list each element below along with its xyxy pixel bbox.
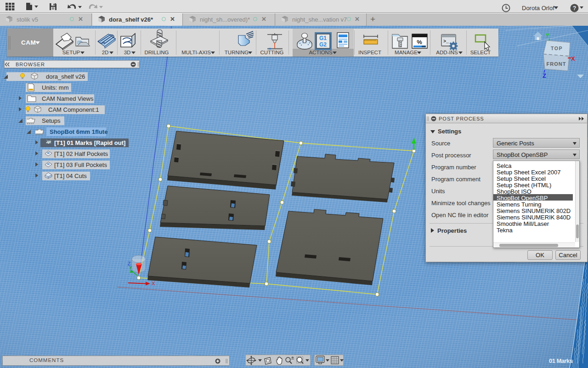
svg-text:FRONT: FRONT bbox=[547, 61, 566, 67]
svg-text:%: % bbox=[417, 39, 422, 46]
svg-text:MANAGE: MANAGE bbox=[395, 50, 418, 55]
svg-text:SELECT: SELECT bbox=[470, 50, 491, 55]
svg-text:ACTIONS: ACTIONS bbox=[309, 50, 332, 55]
svg-text:G2: G2 bbox=[319, 41, 327, 48]
svg-text:G1: G1 bbox=[319, 35, 327, 41]
svg-text:CUTTING: CUTTING bbox=[260, 50, 283, 55]
svg-text:3D: 3D bbox=[124, 50, 131, 55]
svg-text:CAM: CAM bbox=[21, 39, 36, 46]
svg-text:TOP: TOP bbox=[551, 46, 563, 51]
svg-text:DRILLING: DRILLING bbox=[144, 50, 169, 55]
svg-text:INSPECT: INSPECT bbox=[358, 50, 381, 55]
svg-text:X: X bbox=[152, 281, 155, 286]
svg-text:SETUP: SETUP bbox=[62, 50, 80, 55]
svg-text:01 Marks: 01 Marks bbox=[549, 357, 573, 364]
svg-text:X: X bbox=[571, 55, 575, 62]
svg-text:?: ? bbox=[573, 5, 577, 12]
svg-text:2D: 2D bbox=[102, 50, 109, 55]
svg-text:>_: >_ bbox=[443, 39, 449, 44]
svg-text:Z: Z bbox=[543, 72, 546, 79]
svg-text:ADD-INS: ADD-INS bbox=[436, 50, 458, 55]
svg-text:MULTI-AXIS: MULTI-AXIS bbox=[181, 50, 211, 55]
svg-text:Y: Y bbox=[546, 33, 549, 39]
svg-text:Y: Y bbox=[129, 265, 132, 270]
svg-text:TURNING: TURNING bbox=[225, 50, 249, 55]
